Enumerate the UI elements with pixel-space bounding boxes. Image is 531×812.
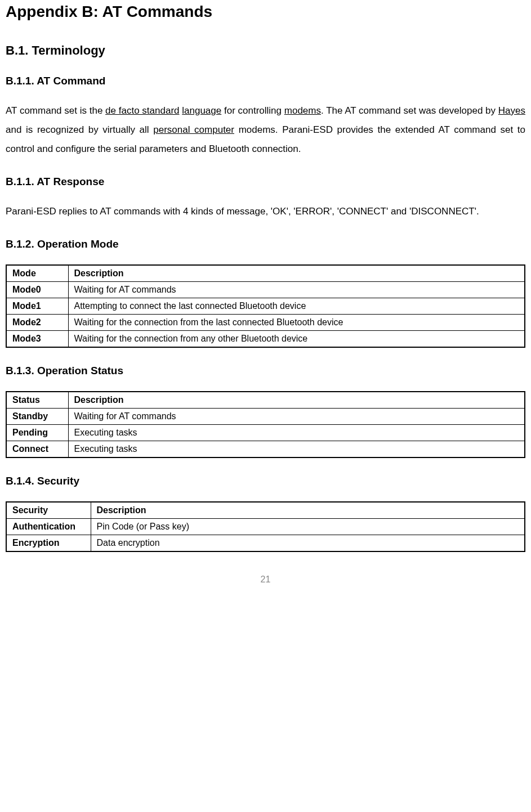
table-row: Standby Waiting for AT commands xyxy=(6,409,525,425)
paragraph-at-response: Parani-ESD replies to AT commands with 4… xyxy=(6,202,525,221)
section-b14-heading: B.1.4. Security xyxy=(6,475,525,487)
table-header-security: Security xyxy=(6,502,91,519)
table-cell-label: Mode2 xyxy=(6,315,68,331)
table-cell-label: Mode3 xyxy=(6,331,68,348)
section-b11a-heading: B.1.1. AT Command xyxy=(6,75,525,87)
link-personal-computer[interactable]: personal computer xyxy=(153,124,234,135)
table-cell-desc: Waiting for AT commands xyxy=(68,409,525,425)
table-cell-desc: Waiting for the connection from any othe… xyxy=(68,331,525,348)
table-cell-desc: Data encryption xyxy=(91,535,525,552)
link-language[interactable]: language xyxy=(182,105,221,116)
table-row: Mode3 Waiting for the connection from an… xyxy=(6,331,525,348)
table-cell-label: Mode1 xyxy=(6,298,68,315)
table-cell-desc: Pin Code (or Pass key) xyxy=(91,519,525,535)
table-cell-label: Standby xyxy=(6,409,68,425)
section-b12-heading: B.1.2. Operation Mode xyxy=(6,238,525,250)
table-cell-desc: Waiting for AT commands xyxy=(68,282,525,298)
table-cell-desc: Executing tasks xyxy=(68,425,525,441)
table-cell-label: Authentication xyxy=(6,519,91,535)
text-part: and is recognized by virtually all xyxy=(6,124,153,135)
link-modems[interactable]: modems xyxy=(284,105,321,116)
text-part: for controlling xyxy=(221,105,284,116)
table-cell-desc: Attempting to connect the last connected… xyxy=(68,298,525,315)
table-header-description: Description xyxy=(91,502,525,519)
table-cell-label: Connect xyxy=(6,441,68,458)
table-row: Authentication Pin Code (or Pass key) xyxy=(6,519,525,535)
page-title: Appendix B: AT Commands xyxy=(6,3,525,21)
table-header-row: Security Description xyxy=(6,502,525,519)
table-row: Connect Executing tasks xyxy=(6,441,525,458)
text-part: AT command set is the xyxy=(6,105,105,116)
table-header-description: Description xyxy=(68,265,525,282)
text-part: . The AT command set was developed by xyxy=(321,105,498,116)
table-header-row: Status Description xyxy=(6,392,525,409)
page-number: 21 xyxy=(6,575,525,585)
table-cell-desc: Executing tasks xyxy=(68,441,525,458)
table-cell-label: Pending xyxy=(6,425,68,441)
link-hayes[interactable]: Hayes xyxy=(498,105,525,116)
table-operation-mode: Mode Description Mode0 Waiting for AT co… xyxy=(6,264,525,348)
section-b11b-heading: B.1.1. AT Response xyxy=(6,176,525,188)
table-operation-status: Status Description Standby Waiting for A… xyxy=(6,391,525,458)
table-security: Security Description Authentication Pin … xyxy=(6,501,525,552)
table-cell-label: Encryption xyxy=(6,535,91,552)
section-b1-heading: B.1. Terminology xyxy=(6,43,525,58)
table-cell-desc: Waiting for the connection from the last… xyxy=(68,315,525,331)
table-row: Mode1 Attempting to connect the last con… xyxy=(6,298,525,315)
section-b13-heading: B.1.3. Operation Status xyxy=(6,365,525,377)
table-row: Mode0 Waiting for AT commands xyxy=(6,282,525,298)
link-de-facto[interactable]: de facto standard xyxy=(105,105,179,116)
table-header-row: Mode Description xyxy=(6,265,525,282)
paragraph-at-command: AT command set is the de facto standard … xyxy=(6,101,525,159)
table-row: Mode2 Waiting for the connection from th… xyxy=(6,315,525,331)
table-row: Encryption Data encryption xyxy=(6,535,525,552)
table-header-mode: Mode xyxy=(6,265,68,282)
table-header-status: Status xyxy=(6,392,68,409)
table-header-description: Description xyxy=(68,392,525,409)
table-row: Pending Executing tasks xyxy=(6,425,525,441)
table-cell-label: Mode0 xyxy=(6,282,68,298)
